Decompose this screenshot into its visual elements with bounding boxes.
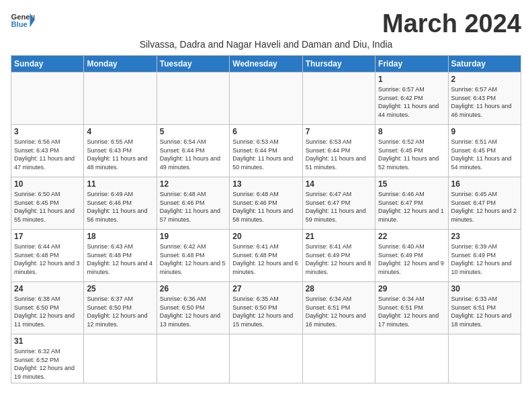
day-number: 23 (451, 232, 518, 241)
calendar-day-cell: 25Sunrise: 6:37 AM Sunset: 6:50 PM Dayli… (84, 282, 157, 334)
day-sun-info: Sunrise: 6:54 AM Sunset: 6:44 PM Dayligh… (160, 138, 226, 171)
day-sun-info: Sunrise: 6:39 AM Sunset: 6:49 PM Dayligh… (451, 242, 518, 276)
day-sun-info: Sunrise: 6:32 AM Sunset: 6:52 PM Dayligh… (14, 347, 81, 381)
calendar-day-cell: 4Sunrise: 6:55 AM Sunset: 6:43 PM Daylig… (84, 125, 157, 177)
calendar-week-row: 3Sunrise: 6:56 AM Sunset: 6:43 PM Daylig… (11, 125, 521, 177)
day-sun-info: Sunrise: 6:34 AM Sunset: 6:51 PM Dayligh… (378, 295, 445, 328)
day-number: 9 (451, 127, 518, 136)
day-number: 3 (14, 127, 81, 136)
day-number: 20 (232, 232, 299, 241)
day-sun-info: Sunrise: 6:35 AM Sunset: 6:50 PM Dayligh… (232, 295, 299, 328)
calendar-day-cell (448, 334, 521, 383)
day-sun-info: Sunrise: 6:40 AM Sunset: 6:49 PM Dayligh… (378, 242, 445, 276)
header: General Blue March 2024 (11, 11, 521, 36)
calendar-day-cell: 5Sunrise: 6:54 AM Sunset: 6:44 PM Daylig… (157, 125, 229, 177)
day-header-wednesday: Wednesday (230, 56, 302, 73)
day-number: 17 (14, 232, 81, 241)
day-number: 18 (87, 232, 153, 241)
calendar-day-cell: 21Sunrise: 6:41 AM Sunset: 6:49 PM Dayli… (302, 230, 375, 282)
day-sun-info: Sunrise: 6:50 AM Sunset: 6:45 PM Dayligh… (14, 190, 81, 224)
day-sun-info: Sunrise: 6:43 AM Sunset: 6:48 PM Dayligh… (87, 242, 153, 276)
day-sun-info: Sunrise: 6:48 AM Sunset: 6:46 PM Dayligh… (232, 190, 299, 224)
calendar-day-cell (157, 73, 229, 125)
day-header-saturday: Saturday (448, 56, 521, 73)
calendar-week-row: 10Sunrise: 6:50 AM Sunset: 6:45 PM Dayli… (11, 177, 521, 230)
calendar-day-cell: 20Sunrise: 6:41 AM Sunset: 6:48 PM Dayli… (230, 230, 302, 282)
calendar-week-row: 17Sunrise: 6:44 AM Sunset: 6:48 PM Dayli… (11, 230, 521, 282)
svg-text:Blue: Blue (11, 20, 28, 28)
day-sun-info: Sunrise: 6:33 AM Sunset: 6:51 PM Dayligh… (451, 295, 518, 328)
day-sun-info: Sunrise: 6:55 AM Sunset: 6:43 PM Dayligh… (87, 138, 153, 171)
calendar-day-cell: 31Sunrise: 6:32 AM Sunset: 6:52 PM Dayli… (11, 334, 84, 383)
day-number: 29 (378, 284, 445, 293)
day-number: 19 (160, 232, 226, 241)
calendar-day-cell (11, 73, 84, 125)
day-number: 16 (451, 179, 518, 189)
day-sun-info: Sunrise: 6:53 AM Sunset: 6:44 PM Dayligh… (306, 138, 372, 171)
day-header-monday: Monday (84, 56, 157, 73)
calendar-day-cell: 14Sunrise: 6:47 AM Sunset: 6:47 PM Dayli… (302, 177, 375, 230)
calendar-day-cell: 8Sunrise: 6:52 AM Sunset: 6:45 PM Daylig… (375, 125, 448, 177)
calendar-day-cell (84, 73, 157, 125)
calendar-day-cell: 23Sunrise: 6:39 AM Sunset: 6:49 PM Dayli… (448, 230, 521, 282)
day-number: 27 (232, 284, 299, 293)
calendar-week-row: 24Sunrise: 6:38 AM Sunset: 6:50 PM Dayli… (11, 282, 521, 334)
calendar-table: SundayMondayTuesdayWednesdayThursdayFrid… (11, 55, 521, 383)
calendar-day-cell: 10Sunrise: 6:50 AM Sunset: 6:45 PM Dayli… (11, 177, 84, 230)
day-sun-info: Sunrise: 6:36 AM Sunset: 6:50 PM Dayligh… (160, 295, 226, 328)
day-sun-info: Sunrise: 6:56 AM Sunset: 6:43 PM Dayligh… (14, 138, 81, 171)
day-sun-info: Sunrise: 6:42 AM Sunset: 6:48 PM Dayligh… (160, 242, 226, 276)
month-title: March 2024 (382, 11, 521, 36)
calendar-day-cell: 29Sunrise: 6:34 AM Sunset: 6:51 PM Dayli… (375, 282, 448, 334)
day-sun-info: Sunrise: 6:53 AM Sunset: 6:44 PM Dayligh… (232, 138, 299, 171)
calendar-day-cell: 2Sunrise: 6:57 AM Sunset: 6:43 PM Daylig… (448, 73, 521, 125)
calendar-header-row: SundayMondayTuesdayWednesdayThursdayFrid… (11, 56, 521, 73)
day-number: 14 (306, 179, 372, 189)
day-sun-info: Sunrise: 6:38 AM Sunset: 6:50 PM Dayligh… (14, 295, 81, 328)
day-number: 31 (14, 336, 81, 346)
day-number: 4 (87, 127, 153, 136)
day-number: 13 (232, 179, 299, 189)
day-header-thursday: Thursday (302, 56, 375, 73)
day-number: 25 (87, 284, 153, 293)
day-header-sunday: Sunday (11, 56, 84, 73)
calendar-day-cell (84, 334, 157, 383)
calendar-day-cell: 11Sunrise: 6:49 AM Sunset: 6:46 PM Dayli… (84, 177, 157, 230)
day-number: 6 (232, 127, 299, 136)
calendar-day-cell: 22Sunrise: 6:40 AM Sunset: 6:49 PM Dayli… (375, 230, 448, 282)
day-number: 24 (14, 284, 81, 293)
calendar-day-cell: 24Sunrise: 6:38 AM Sunset: 6:50 PM Dayli… (11, 282, 84, 334)
logo: General Blue (11, 11, 35, 30)
calendar-day-cell: 30Sunrise: 6:33 AM Sunset: 6:51 PM Dayli… (448, 282, 521, 334)
calendar-day-cell: 12Sunrise: 6:48 AM Sunset: 6:46 PM Dayli… (157, 177, 229, 230)
calendar-day-cell: 16Sunrise: 6:45 AM Sunset: 6:47 PM Dayli… (448, 177, 521, 230)
day-sun-info: Sunrise: 6:44 AM Sunset: 6:48 PM Dayligh… (14, 242, 81, 276)
day-sun-info: Sunrise: 6:57 AM Sunset: 6:43 PM Dayligh… (451, 85, 518, 119)
day-sun-info: Sunrise: 6:57 AM Sunset: 6:42 PM Dayligh… (378, 85, 445, 119)
day-sun-info: Sunrise: 6:51 AM Sunset: 6:45 PM Dayligh… (451, 138, 518, 171)
day-sun-info: Sunrise: 6:41 AM Sunset: 6:48 PM Dayligh… (232, 242, 299, 276)
day-header-friday: Friday (375, 56, 448, 73)
calendar-day-cell: 27Sunrise: 6:35 AM Sunset: 6:50 PM Dayli… (230, 282, 302, 334)
day-sun-info: Sunrise: 6:49 AM Sunset: 6:46 PM Dayligh… (87, 190, 153, 224)
day-number: 2 (451, 75, 518, 84)
day-number: 15 (378, 179, 445, 189)
day-sun-info: Sunrise: 6:41 AM Sunset: 6:49 PM Dayligh… (306, 242, 372, 276)
calendar-day-cell: 1Sunrise: 6:57 AM Sunset: 6:42 PM Daylig… (375, 73, 448, 125)
calendar-day-cell (230, 334, 302, 383)
day-number: 5 (160, 127, 226, 136)
day-sun-info: Sunrise: 6:52 AM Sunset: 6:45 PM Dayligh… (378, 138, 445, 171)
calendar-subtitle: Silvassa, Dadra and Nagar Haveli and Dam… (11, 39, 521, 50)
calendar-day-cell: 6Sunrise: 6:53 AM Sunset: 6:44 PM Daylig… (230, 125, 302, 177)
day-number: 8 (378, 127, 445, 136)
day-sun-info: Sunrise: 6:48 AM Sunset: 6:46 PM Dayligh… (160, 190, 226, 224)
day-number: 12 (160, 179, 226, 189)
calendar-day-cell: 7Sunrise: 6:53 AM Sunset: 6:44 PM Daylig… (302, 125, 375, 177)
calendar-day-cell (302, 73, 375, 125)
calendar-day-cell (375, 334, 448, 383)
day-sun-info: Sunrise: 6:46 AM Sunset: 6:47 PM Dayligh… (378, 190, 445, 224)
day-number: 26 (160, 284, 226, 293)
calendar-day-cell: 3Sunrise: 6:56 AM Sunset: 6:43 PM Daylig… (11, 125, 84, 177)
day-sun-info: Sunrise: 6:37 AM Sunset: 6:50 PM Dayligh… (87, 295, 153, 328)
day-sun-info: Sunrise: 6:45 AM Sunset: 6:47 PM Dayligh… (451, 190, 518, 224)
